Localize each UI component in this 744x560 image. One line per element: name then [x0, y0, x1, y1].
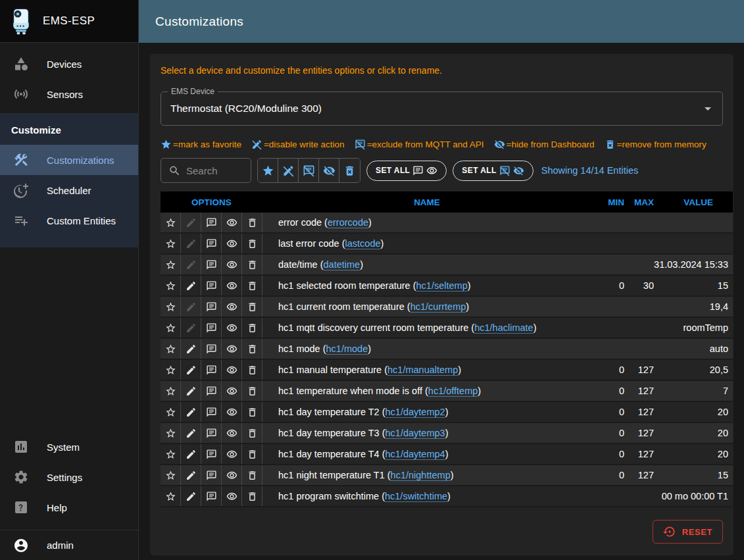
mqtt-icon[interactable]	[201, 318, 222, 338]
edit-icon[interactable]	[181, 402, 201, 422]
eye-icon[interactable]	[222, 276, 242, 295]
favorite-star-icon[interactable]	[161, 213, 181, 232]
mqtt-icon[interactable]	[201, 423, 222, 443]
table-row[interactable]: error code (errorcode)	[161, 213, 733, 234]
sidebar-item-system[interactable]: System	[0, 432, 138, 462]
edit-icon[interactable]	[181, 234, 201, 253]
search-input[interactable]	[186, 165, 242, 176]
delete-icon[interactable]	[242, 276, 262, 295]
sidebar-item-customizations[interactable]: Customizations	[0, 145, 138, 175]
entity-name-cell[interactable]: hc1 temperature when mode is off (hc1/of…	[262, 381, 591, 401]
entity-name-cell[interactable]: hc1 manual temperature (hc1/manualtemp)	[262, 360, 591, 380]
delete-icon[interactable]	[242, 444, 262, 464]
entity-shortname-link[interactable]: hc1/haclimate	[474, 322, 533, 333]
entity-name-cell[interactable]: hc1 mode (hc1/mode)	[262, 339, 591, 359]
eye-icon[interactable]	[222, 423, 242, 443]
sidebar-item-help[interactable]: Help	[0, 492, 138, 522]
sidebar-item-devices[interactable]: Devices	[0, 49, 138, 79]
delete-icon[interactable]	[242, 360, 262, 380]
table-row[interactable]: hc1 day temperature T2 (hc1/daytemp2) 0 …	[161, 402, 733, 423]
delete-icon[interactable]	[242, 423, 262, 443]
entity-name-cell[interactable]: hc1 mqtt discovery current room temperat…	[262, 318, 591, 338]
entity-shortname-link[interactable]: hc1/daytemp3	[385, 428, 445, 438]
favorite-star-icon[interactable]	[161, 255, 181, 274]
table-row[interactable]: hc1 selected room temperature (hc1/selte…	[161, 276, 733, 297]
edit-icon[interactable]	[181, 339, 201, 359]
mqtt-icon[interactable]	[201, 213, 222, 232]
mqtt-icon[interactable]	[201, 234, 222, 253]
table-row[interactable]: hc1 program switchtime (hc1/switchtime) …	[161, 486, 733, 507]
eye-icon[interactable]	[222, 360, 242, 380]
entity-shortname-link[interactable]: hc1/manualtemp	[387, 365, 458, 375]
edit-icon[interactable]	[181, 465, 201, 485]
mqtt-icon[interactable]	[201, 360, 222, 380]
sidebar-item-custom-entities[interactable]: Custom Entities	[0, 205, 138, 236]
filter-disable-write-button[interactable]	[278, 159, 299, 182]
delete-icon[interactable]	[242, 465, 262, 485]
table-row[interactable]: hc1 current room temperature (hc1/currte…	[161, 297, 733, 318]
edit-icon[interactable]	[181, 423, 201, 443]
eye-icon[interactable]	[222, 486, 242, 506]
edit-icon[interactable]	[181, 297, 201, 317]
ems-device-select[interactable]: EMS Device Thermostat (RC20/Moduline 300…	[161, 91, 723, 126]
sidebar-item-sensors[interactable]: Sensors	[0, 79, 138, 109]
entity-name-cell[interactable]: hc1 program switchtime (hc1/switchtime)	[262, 486, 591, 506]
eye-icon[interactable]	[222, 255, 242, 274]
entity-shortname-link[interactable]: datetime	[324, 259, 360, 270]
entity-shortname-link[interactable]: hc1/currtemp	[410, 301, 466, 312]
delete-icon[interactable]	[242, 255, 262, 274]
delete-icon[interactable]	[242, 213, 262, 232]
eye-icon[interactable]	[222, 213, 242, 232]
favorite-star-icon[interactable]	[161, 444, 181, 464]
edit-icon[interactable]	[181, 444, 201, 464]
favorite-star-icon[interactable]	[161, 465, 181, 485]
mqtt-icon[interactable]	[201, 381, 222, 401]
entity-name-cell[interactable]: hc1 day temperature T4 (hc1/daytemp4)	[262, 444, 591, 464]
table-row[interactable]: date/time (datetime) 31.03.2024 15:33	[161, 255, 733, 276]
favorite-star-icon[interactable]	[161, 339, 181, 359]
table-row[interactable]: hc1 temperature when mode is off (hc1/of…	[161, 381, 733, 402]
favorite-star-icon[interactable]	[161, 276, 181, 295]
entity-shortname-link[interactable]: hc1/daytemp2	[385, 407, 445, 417]
entity-name-cell[interactable]: hc1 day temperature T3 (hc1/daytemp3)	[262, 423, 591, 443]
entity-shortname-link[interactable]: hc1/daytemp4	[385, 449, 445, 459]
delete-icon[interactable]	[242, 339, 262, 359]
entity-shortname-link[interactable]: hc1/nighttemp	[391, 470, 451, 480]
table-row[interactable]: hc1 mode (hc1/mode) auto	[161, 339, 733, 360]
delete-icon[interactable]	[242, 234, 262, 253]
entity-name-cell[interactable]: last error code (lastcode)	[262, 234, 591, 253]
favorite-star-icon[interactable]	[161, 402, 181, 422]
entity-name-cell[interactable]: hc1 current room temperature (hc1/currte…	[262, 297, 591, 317]
set-all-hide-button[interactable]: SET ALL	[453, 161, 533, 181]
table-row[interactable]: hc1 manual temperature (hc1/manualtemp) …	[161, 360, 733, 381]
eye-icon[interactable]	[222, 402, 242, 422]
edit-icon[interactable]	[181, 360, 201, 380]
eye-icon[interactable]	[222, 339, 242, 359]
sidebar-item-settings[interactable]: Settings	[0, 462, 138, 492]
reset-button[interactable]: RESET	[653, 520, 723, 544]
edit-icon[interactable]	[181, 318, 201, 338]
mqtt-icon[interactable]	[201, 297, 222, 317]
entity-shortname-link[interactable]: hc1/switchtime	[385, 491, 447, 501]
mqtt-icon[interactable]	[201, 465, 222, 485]
mqtt-icon[interactable]	[201, 486, 222, 506]
edit-icon[interactable]	[181, 255, 201, 274]
delete-icon[interactable]	[242, 402, 262, 422]
entity-name-cell[interactable]: hc1 day temperature T2 (hc1/daytemp2)	[262, 402, 591, 422]
entity-shortname-link[interactable]: hc1/offtemp	[428, 386, 478, 396]
filter-hide-dashboard-button[interactable]	[319, 159, 339, 182]
favorite-star-icon[interactable]	[161, 381, 181, 401]
favorite-star-icon[interactable]	[161, 234, 181, 253]
eye-icon[interactable]	[222, 444, 242, 464]
entity-shortname-link[interactable]: hc1/seltemp	[416, 280, 468, 291]
table-row[interactable]: hc1 night temperature T1 (hc1/nighttemp)…	[161, 465, 733, 486]
eye-icon[interactable]	[222, 297, 242, 317]
entity-name-cell[interactable]: date/time (datetime)	[262, 255, 591, 274]
favorite-star-icon[interactable]	[161, 318, 181, 338]
mqtt-icon[interactable]	[201, 276, 222, 295]
delete-icon[interactable]	[242, 486, 262, 506]
eye-icon[interactable]	[222, 381, 242, 401]
entity-name-cell[interactable]: hc1 night temperature T1 (hc1/nighttemp)	[262, 465, 591, 485]
filter-favorite-button[interactable]	[258, 159, 278, 182]
entity-shortname-link[interactable]: errorcode	[328, 217, 368, 228]
